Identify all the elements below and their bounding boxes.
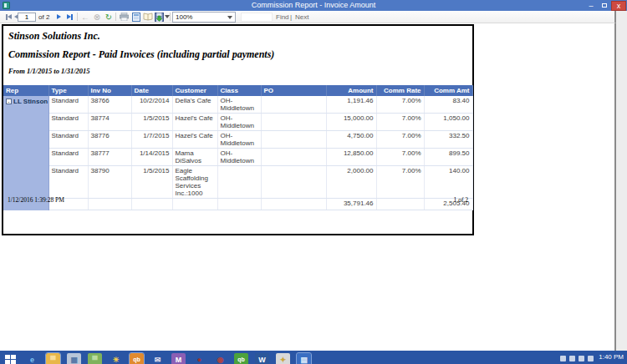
taskbar: e▀▦▀☀qb✉M●◉qbW✦▤ 1:40 PM [0,351,627,364]
cell-inv-no: 38776 [88,131,131,149]
quickbooks-icon[interactable]: qb [130,353,144,364]
table-row: -LL StinsonStandard3876610/2/2014Della's… [3,96,472,114]
cell-class: OH-Middletown [217,96,261,114]
cell-amount: 15,000.00 [326,114,376,131]
col-header-date: Date [131,85,172,96]
cell-customer: Hazel's Cafe [172,131,217,149]
cell-customer: Hazel's Cafe [172,114,217,131]
table-total-row: 35,791.462,505.40 [3,199,472,210]
cell-class: OH-Middletown [217,149,261,166]
report-toolbar: of 2 ← ⊗ ↻ 100% Find | Next [0,11,616,23]
table-row: Standard387771/14/2015Mama DiSalvosOH-Mi… [3,149,472,166]
cell-date: 1/14/2015 [131,149,172,166]
start-button[interactable] [5,355,17,364]
green-folder-icon[interactable]: ▀ [88,353,102,364]
cell-date: 1/5/2015 [131,114,172,131]
cell-customer: Eagle Scaffolding Services Inc.:1000 [172,166,217,199]
export-save-icon[interactable] [154,11,165,23]
rep-group-cell: -LL Stinson [3,96,48,210]
back-to-parent-icon[interactable]: ← [80,11,90,23]
restore-button[interactable] [598,1,611,11]
total-cell-comm-rate [376,199,424,210]
cell-class: OH-Middletown [217,114,261,131]
tray-icon[interactable] [579,356,584,361]
cell-type: Standard [48,131,88,149]
find-input[interactable] [241,13,273,22]
table-row: Standard387741/5/2015Hazel's CafeOH-Midd… [3,114,472,131]
calculator-icon[interactable]: ▤ [297,353,311,364]
cell-comm-amt: 1,050.00 [424,114,472,131]
col-header-customer: Customer [172,85,217,96]
cell-comm-rate: 7.00% [376,149,424,166]
next-link[interactable]: Next [295,11,308,23]
report-generated-timestamp: 1/12/2016 1:39:28 PM [8,196,64,204]
cell-type: Standard [48,114,88,131]
cell-amount: 1,191.46 [326,96,376,114]
stop-refresh-icon[interactable]: ⊗ [92,11,102,23]
ie-icon[interactable]: e [25,353,39,364]
cell-date: 1/5/2015 [131,166,172,199]
cell-comm-amt: 140.00 [424,166,472,199]
cell-amount: 4,750.00 [326,131,376,149]
col-header-type: Type [48,85,88,96]
cell-comm-amt: 899.50 [424,149,472,166]
tray-icon[interactable] [569,356,575,361]
cell-amount: 12,850.00 [326,149,376,166]
dark-red-app-icon[interactable]: ◉ [213,353,227,364]
print-layout-icon[interactable] [130,11,141,23]
page-setup-icon[interactable] [142,11,153,23]
next-page-button[interactable] [55,11,62,23]
report-page-number: 1 of 2 [454,196,469,204]
close-button[interactable]: x [611,1,626,11]
cell-date: 10/2/2014 [131,96,172,114]
app-window: Commission Report - Invoice Amount – x o… [0,0,627,364]
group-collapse-toggle[interactable]: - [6,99,12,104]
total-cell-class [217,199,261,210]
restore-icon [602,3,607,8]
report-title: Commission Report - Paid Invoices (inclu… [8,48,274,61]
find-link[interactable]: Find [276,11,289,23]
purple-m-icon[interactable]: M [171,353,186,364]
tray-icon[interactable] [588,356,594,361]
print-icon[interactable] [119,11,130,23]
green-circle-qb-icon[interactable]: qb [234,353,248,364]
cell-po [261,114,326,131]
minimize-button[interactable]: – [584,1,598,11]
report-viewer-area: Stinson Solutions Inc. Commission Report… [0,23,616,351]
table-header-row: Rep Type Inv No Date Customer Class PO A… [3,85,472,96]
col-header-amount: Amount [326,85,376,96]
system-tray[interactable] [560,356,594,361]
last-page-button[interactable] [64,11,74,23]
cell-customer: Della's Cafe [172,96,217,114]
cell-class [217,166,261,199]
total-cell-inv-no [88,199,131,210]
cell-po [261,166,326,199]
cell-comm-rate: 7.00% [376,166,424,199]
cell-inv-no: 38790 [88,166,131,199]
taskbar-clock[interactable]: 1:40 PM [599,353,624,361]
word-icon[interactable]: W [255,353,269,364]
sun-icon[interactable]: ☀ [109,353,123,364]
tray-icon[interactable] [560,356,566,361]
window-app-icon[interactable]: ▦ [67,353,81,364]
cell-inv-no: 38777 [88,149,131,166]
colorful-app-icon[interactable]: ✦ [276,353,290,364]
zoom-dropdown[interactable]: 100% [172,12,236,23]
cell-customer: Mama DiSalvos [172,149,217,166]
cell-amount: 2,000.00 [326,166,376,199]
total-cell-date [131,199,172,210]
col-header-class: Class [217,85,261,96]
page-count-label: of 2 [38,11,49,23]
folder-icon[interactable]: ▀ [46,353,60,364]
page-number-input[interactable] [18,13,36,22]
col-header-invno: Inv No [88,85,131,96]
mail-icon[interactable]: ✉ [150,353,165,364]
window-title: Commission Report - Invoice Amount [0,0,627,11]
refresh-icon[interactable]: ↻ [104,11,114,23]
red-circle-icon[interactable]: ● [192,353,206,364]
cell-type: Standard [48,166,88,199]
report-company-name: Stinson Solutions Inc. [8,30,100,43]
title-bar: Commission Report - Invoice Amount – x [0,0,627,11]
cell-inv-no: 38774 [88,114,131,131]
table-row: Standard387761/7/2015Hazel's CafeOH-Midd… [3,131,472,149]
